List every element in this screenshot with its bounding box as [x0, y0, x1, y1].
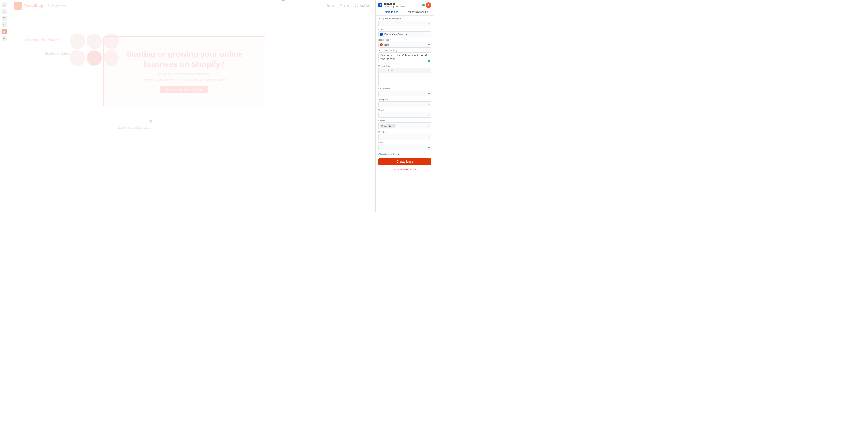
issue-type-select[interactable]: Bug Story Task Epic — [378, 42, 431, 48]
create-arrow — [254, 0, 288, 4]
sprint-field: Sprint — [378, 141, 431, 150]
background-content: Change the image Headsets Collection Sta… — [8, 11, 375, 22]
highlight-sub2: Why wait? Start your online business tod… — [141, 78, 228, 82]
account-left: J terrashop TerraShop Dev Team — [378, 2, 405, 8]
label-tag-remove[interactable]: ✕ — [393, 125, 395, 127]
logo-text: TerraShop — [24, 3, 43, 8]
nav-home: Home — [326, 4, 334, 7]
sidebar-active-icon: ▣ — [2, 29, 7, 34]
sprint-label: Sprint — [378, 141, 431, 144]
panel-form: Apply Autofill Template Project * Ecomme… — [376, 16, 434, 213]
epic-link-select[interactable] — [378, 134, 431, 140]
project-field: Project * EcommerceSolution — [378, 28, 431, 37]
down-arrow — [148, 110, 154, 125]
sprint-select[interactable] — [378, 145, 431, 150]
issue-type-field: Issue Type * Bug Story Task Epic — [378, 38, 431, 48]
main-content: TerraShop shopify partners Home Pricing … — [8, 0, 375, 213]
highlight-title: Starting or growing your online business… — [110, 49, 259, 69]
autofill-field: Apply Autofill Template — [378, 17, 431, 26]
highlight-cta: Start your online store for free — [160, 86, 208, 93]
summary-field: Summary (42/255) * Issues on the slider … — [378, 49, 431, 63]
labels-tags: Production ✕ — [380, 124, 396, 128]
priority-label: Priority — [378, 109, 431, 111]
left-sidebar: ⌂ ◎ ☰ ✎ ▣ ⚙ — [0, 0, 8, 213]
account-info: terrashop TerraShop Dev Team — [384, 2, 405, 8]
account-name: terrashop — [384, 2, 405, 5]
status-indicator — [422, 4, 425, 6]
labels-chevron-icon: ▾ — [428, 125, 429, 127]
description-field: Description B I ≡ ≡ — [378, 65, 431, 86]
project-select-wrapper[interactable]: EcommerceSolution — [378, 31, 431, 37]
shopify-text: shopify partners — [46, 4, 66, 7]
priority-select[interactable]: Highest High Medium Low Lowest — [378, 112, 431, 118]
description-toolbar: B I ≡ ≡ — [378, 68, 431, 73]
nav-menu: Home Pricing Contact Us — [326, 4, 370, 7]
show-less-label: Show less fields — [378, 153, 397, 155]
description-label: Description — [378, 65, 431, 67]
jira-logo: J — [378, 3, 382, 7]
issue-type-wrapper[interactable]: Bug Story Task Epic — [378, 42, 431, 48]
background-nav: TerraShop shopify partners Home Pricing … — [8, 0, 375, 11]
show-less-arrow-icon: ▲ — [397, 153, 400, 155]
sidebar-menu-icon: ☰ — [2, 16, 7, 21]
assignee-label: Assignee — [378, 98, 431, 101]
autofill-select-wrapper[interactable] — [378, 21, 431, 26]
label-tag-production: Production ✕ — [380, 124, 396, 128]
assignee-select[interactable] — [378, 102, 431, 107]
issue-type-label: Issue Type * — [378, 38, 431, 41]
svg-marker-3 — [149, 120, 152, 124]
labels-inner[interactable]: Production ✕ ▾ — [378, 122, 431, 129]
epic-link-field: Epic Link — [378, 131, 431, 140]
change-image-label: Change the image — [25, 38, 59, 42]
sidebar-nav-icon: ◎ — [2, 9, 7, 14]
panel-header: J terrashop TerraShop Dev Team T NEW ISS… — [376, 0, 434, 16]
bold-btn[interactable]: B — [380, 69, 383, 72]
sprint-wrapper[interactable] — [378, 145, 431, 150]
bug-icon — [380, 43, 382, 46]
summary-header: Summary (42/255) * — [378, 49, 431, 52]
epic-link-wrapper[interactable] — [378, 134, 431, 140]
priority-wrapper[interactable]: Highest High Medium Low Lowest — [378, 112, 431, 118]
account-team: TerraShop Dev Team — [384, 5, 405, 8]
italic-btn[interactable]: I — [384, 69, 386, 72]
highlight-sub1: We make it as easy as ordering coffee. — [158, 72, 211, 76]
show-less-fields[interactable]: Show less fields ▲ — [378, 152, 431, 156]
autofill-select[interactable] — [378, 21, 431, 26]
priority-field: Priority Highest High Medium Low Lowest — [378, 109, 431, 118]
nav-pricing: Pricing — [340, 4, 349, 7]
logo: TerraShop shopify partners — [14, 2, 66, 9]
save-autofill-link[interactable]: Save as autofill template — [378, 168, 431, 171]
label-tag-text: Production — [381, 125, 392, 127]
svg-marker-5 — [282, 0, 288, 1]
labels-label: Labels — [378, 119, 431, 122]
create-issue-button[interactable]: Create Issue — [378, 158, 431, 165]
nav-contact: Contact Us — [355, 4, 370, 7]
fix-versions-wrapper[interactable] — [378, 91, 431, 96]
ordered-list-btn[interactable]: ≡ — [391, 69, 393, 72]
fix-versions-select[interactable] — [378, 91, 431, 96]
assignee-wrapper[interactable] — [378, 101, 431, 107]
project-icon — [380, 33, 382, 35]
labels-field: Labels Production ✕ ▾ — [378, 119, 431, 129]
description-textarea[interactable] — [378, 73, 431, 86]
list-btn[interactable]: ≡ — [387, 69, 390, 72]
sidebar-home-icon: ⌂ — [2, 2, 7, 7]
logo-box — [14, 2, 22, 9]
epic-link-label: Epic Link — [378, 131, 431, 133]
tab-new-issue[interactable]: NEW ISSUE — [378, 9, 405, 16]
fix-versions-label: Fix versions — [378, 87, 431, 90]
autofill-label: Apply Autofill Template — [378, 17, 431, 20]
project-select[interactable]: EcommerceSolution — [378, 31, 431, 37]
tab-existing-issues[interactable]: EXISTING ISSUES — [405, 9, 432, 16]
summary-input[interactable]: Issues on the slider section of the port… — [378, 52, 431, 62]
assignee-field: Assignee — [378, 98, 431, 107]
summary-label: Summary (42/255) * — [378, 49, 399, 52]
panel-tabs[interactable]: NEW ISSUE EXISTING ISSUES — [378, 9, 431, 16]
sidebar-edit-icon: ✎ — [2, 22, 7, 27]
account-right: T — [422, 2, 431, 8]
sidebar-settings-icon: ⚙ — [2, 36, 7, 41]
highlight-box: Starting or growing your online business… — [103, 36, 265, 106]
project-label: Project * — [378, 28, 431, 30]
fix-versions-field: Fix versions — [378, 87, 431, 96]
summary-input-wrapper[interactable]: Issues on the slider section of the port… — [378, 52, 431, 63]
